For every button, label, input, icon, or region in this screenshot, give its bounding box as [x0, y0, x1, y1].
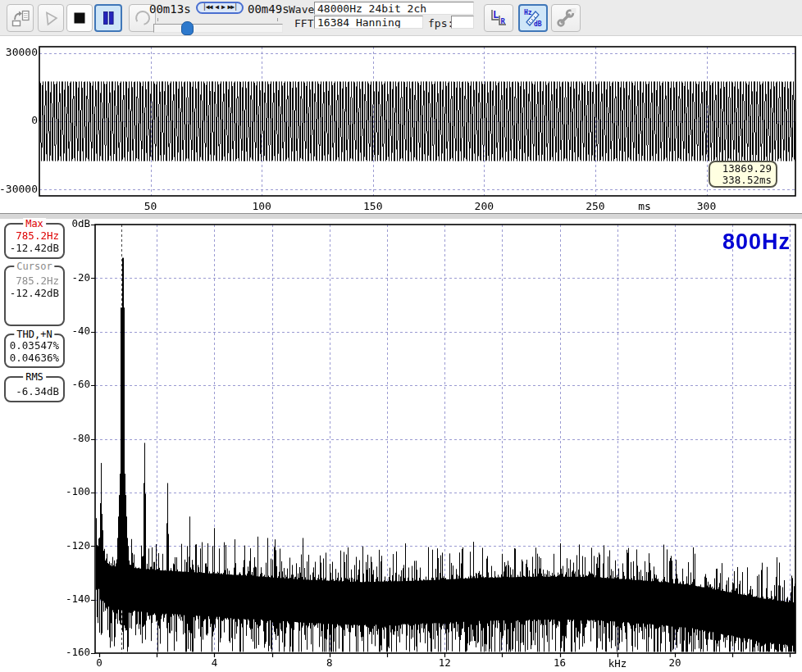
max-level-value: -12.42dB [6, 242, 63, 254]
fft-settings-field[interactable]: 16384 Hanning [314, 16, 423, 29]
thd-readout-box: THD,+N 0.03547% 0.04636% [4, 334, 65, 368]
max-readout-box: Max 785.2Hz -12.42dB [4, 223, 65, 259]
waveform-chart-canvas[interactable] [0, 36, 802, 213]
position-slider-track[interactable] [153, 24, 283, 33]
stop-button[interactable] [66, 4, 93, 32]
svg-text:L: L [493, 9, 499, 20]
open-file-icon [11, 8, 30, 28]
wave-format-field[interactable]: 48000Hz 24bit 2ch [314, 2, 474, 15]
svg-text:Hz: Hz [524, 9, 532, 16]
seek-control[interactable]: |◀◀ ◀ ▶ ▶▶| [196, 2, 244, 14]
rms-readout-box: RMS -6.34dB [4, 376, 65, 402]
panel-splitter[interactable] [0, 213, 802, 220]
wrench-icon [555, 7, 576, 29]
hz-db-scale-button[interactable]: Hz dB [518, 4, 548, 32]
rms-readout-title: RMS [23, 371, 46, 383]
open-file-button[interactable] [7, 4, 34, 32]
cursor-readout-box: Cursor 785.2Hz -12.42dB [4, 266, 65, 326]
audio-analyzer-window: 00m13s |◀◀ ◀ ▶ ▶▶| 00m49s Wave: 48000Hz … [0, 0, 802, 672]
frequency-annotation: 800Hz [722, 229, 791, 255]
tooltip-value: 13869.29 [710, 163, 772, 175]
hz-db-ruler-icon: Hz dB [522, 7, 544, 29]
play-button[interactable] [38, 4, 64, 32]
cursor-level-value: -12.42dB [6, 287, 63, 299]
thd-value-2: 0.04636% [6, 352, 63, 364]
svg-text:dB: dB [534, 20, 542, 28]
tooltip-time: 338.52ms [710, 175, 772, 186]
waveform-cursor-tooltip: 13869.29 338.52ms [709, 161, 777, 188]
fps-label: fps: [428, 17, 453, 30]
pause-icon [98, 8, 118, 28]
position-slider-thumb[interactable] [181, 21, 194, 35]
time-total: 00m49s [248, 2, 289, 16]
fps-field[interactable] [451, 16, 474, 29]
spectrum-panel: Max 785.2Hz -12.42dB Cursor 785.2Hz -12.… [0, 220, 802, 672]
thd-readout-title: THD,+N [14, 329, 54, 340]
stop-icon [70, 8, 89, 28]
waveform-panel: 13869.29 338.52ms [0, 36, 802, 213]
pause-button[interactable] [94, 4, 122, 32]
slider-tick-start [157, 18, 158, 21]
cursor-readout-title: Cursor [14, 261, 54, 272]
slider-tick-end [277, 18, 278, 21]
toolbar: 00m13s |◀◀ ◀ ▶ ▶▶| 00m49s Wave: 48000Hz … [0, 0, 802, 36]
settings-button[interactable] [551, 4, 581, 32]
channel-lr-button[interactable]: L R [484, 4, 513, 32]
spectrum-chart-canvas[interactable] [0, 220, 802, 672]
max-readout-title: Max [23, 218, 46, 229]
channel-lr-icon: L R [488, 7, 509, 29]
play-icon [41, 8, 61, 28]
time-current: 00m13s [149, 2, 191, 16]
svg-text:R: R [501, 17, 506, 25]
